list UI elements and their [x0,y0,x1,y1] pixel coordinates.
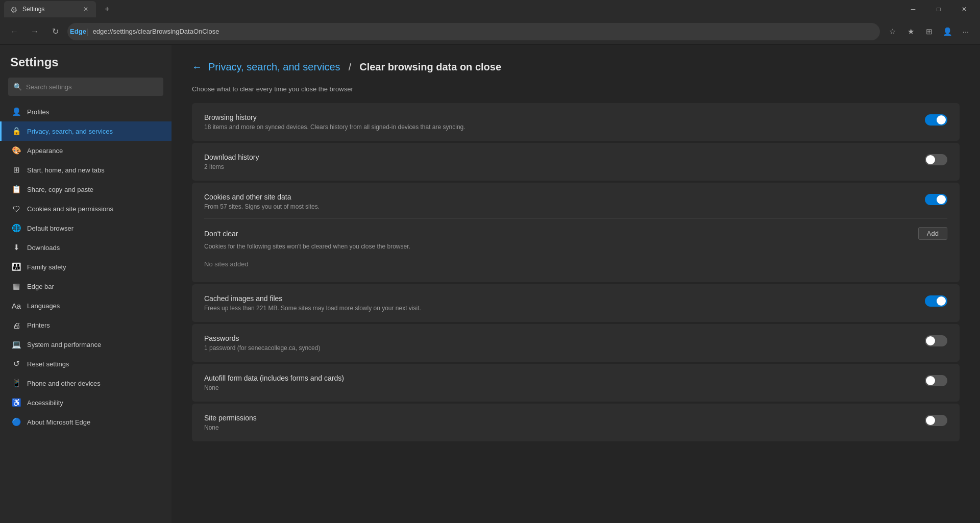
collections-icon[interactable]: ⊞ [921,23,937,40]
search-icon: 🔍 [13,83,22,91]
profile-button[interactable]: 👤 [939,23,955,40]
sidebar-item-default-browser[interactable]: 🌐 Default browser [0,218,172,238]
download-history-toggle[interactable] [925,154,947,165]
phone-icon: 📱 [12,379,21,388]
titlebar: ⚙ Settings ✕ + ─ □ ✕ [0,0,980,18]
sidebar: Settings 🔍 Search settings 👤 Profiles 🔒 … [0,45,172,523]
cached-images-card: Cached images and files Frees up less th… [192,284,960,322]
accessibility-label: Accessibility [27,399,63,407]
sidebar-item-downloads[interactable]: ⬇ Downloads [0,238,172,257]
sidebar-item-family-safety[interactable]: 👪 Family safety [0,257,172,277]
breadcrumb-link[interactable]: Privacy, search, and services [208,61,340,73]
browsing-history-toggle[interactable] [925,114,947,126]
dont-clear-desc: Cookies for the following sites won't be… [204,243,947,250]
download-history-info: Download history 2 items [204,153,917,170]
family-safety-icon: 👪 [12,262,21,271]
cached-images-info: Cached images and files Frees up less th… [204,294,917,312]
sidebar-item-appearance[interactable]: 🎨 Appearance [0,141,172,160]
cookies-icon: 🛡 [12,204,21,213]
minimize-button[interactable]: ─ [901,1,925,17]
printers-icon: 🖨 [12,320,21,330]
tab-close-button[interactable]: ✕ [82,5,90,13]
sidebar-item-cookies[interactable]: 🛡 Cookies and site permissions [0,199,172,218]
dont-clear-header: Don't clear Add [204,227,947,240]
sidebar-item-edge-bar[interactable]: ▦ Edge bar [0,277,172,296]
refresh-button[interactable]: ↻ [47,23,63,40]
address-field[interactable]: Edge | edge://settings/clearBrowsingData… [67,23,880,40]
profiles-icon: 👤 [12,107,21,116]
active-tab[interactable]: ⚙ Settings ✕ [4,1,96,17]
browsing-history-desc: 18 items and more on synced devices. Cle… [204,123,917,131]
printers-label: Printers [27,321,50,329]
autofill-info: Autofill form data (includes forms and c… [204,374,917,391]
languages-icon: Aa [12,301,21,310]
autofill-desc: None [204,384,917,391]
share-copy-icon: 📋 [12,185,21,194]
sidebar-item-system[interactable]: 💻 System and performance [0,335,172,354]
cookies-site-data-card: Cookies and other site data From 57 site… [192,183,960,282]
download-history-desc: 2 items [204,163,917,170]
system-label: System and performance [27,341,101,348]
new-tab-button[interactable]: + [100,2,114,16]
maximize-button[interactable]: □ [927,1,950,17]
autofill-toggle[interactable] [925,375,947,386]
back-button[interactable]: ← [6,23,22,40]
toolbar-icons: ☆ ★ ⊞ 👤 ··· [884,23,974,40]
dont-clear-title: Don't clear [204,230,238,238]
page-title: Clear browsing data on close [359,61,501,73]
passwords-row: Passwords 1 password (for senecacollege.… [204,334,947,352]
browsing-history-card: Browsing history 18 items and more on sy… [192,103,960,141]
passwords-card: Passwords 1 password (for senecacollege.… [192,324,960,362]
forward-button[interactable]: → [27,23,43,40]
search-settings-box[interactable]: 🔍 Search settings [8,78,163,96]
page-header: ← Privacy, search, and services / Clear … [192,61,960,73]
autofill-row: Autofill form data (includes forms and c… [204,374,947,391]
back-button[interactable]: ← [192,61,202,73]
browsing-history-label: Browsing history [204,113,917,121]
phone-label: Phone and other devices [27,380,101,387]
sidebar-item-privacy[interactable]: 🔒 Privacy, search, and services [0,121,172,141]
sidebar-item-profiles[interactable]: 👤 Profiles [0,102,172,121]
cookies-site-data-info: Cookies and other site data From 57 site… [204,193,917,210]
sidebar-item-reset[interactable]: ↺ Reset settings [0,354,172,373]
settings-menu-button[interactable]: ··· [958,23,974,40]
site-permissions-desc: None [204,424,917,431]
start-home-label: Start, home, and new tabs [27,166,105,174]
share-copy-label: Share, copy and paste [27,186,93,193]
passwords-label: Passwords [204,334,917,342]
cookies-site-data-desc: From 57 sites. Signs you out of most sit… [204,203,917,210]
reset-label: Reset settings [27,360,69,368]
sidebar-item-start-home[interactable]: ⊞ Start, home, and new tabs [0,160,172,180]
close-button[interactable]: ✕ [952,1,976,17]
search-placeholder: Search settings [26,83,72,91]
autofill-card: Autofill form data (includes forms and c… [192,364,960,402]
start-home-icon: ⊞ [12,165,21,175]
cookies-site-data-row: Cookies and other site data From 57 site… [204,193,947,210]
cached-images-toggle[interactable] [925,295,947,307]
downloads-label: Downloads [27,244,60,252]
family-safety-label: Family safety [27,263,66,271]
address-separator: | [87,28,89,36]
address-url: edge://settings/clearBrowsingDataOnClose [93,28,219,35]
sidebar-item-share-copy[interactable]: 📋 Share, copy and paste [0,180,172,199]
sidebar-item-phone[interactable]: 📱 Phone and other devices [0,373,172,393]
add-site-button[interactable]: Add [918,227,947,240]
reset-icon: ↺ [12,359,21,368]
passwords-desc: 1 password (for senecacollege.ca, synced… [204,344,917,352]
sidebar-item-accessibility[interactable]: ♿ Accessibility [0,393,172,412]
site-permissions-toggle[interactable] [925,415,947,426]
passwords-toggle[interactable] [925,335,947,346]
window-controls: ─ □ ✕ [901,1,976,17]
favorites-icon[interactable]: ☆ [884,23,900,40]
sidebar-item-languages[interactable]: Aa Languages [0,296,172,315]
cookies-site-data-label: Cookies and other site data [204,193,917,201]
download-history-row: Download history 2 items [204,153,947,170]
edge-bar-label: Edge bar [27,283,54,290]
sidebar-item-about[interactable]: 🔵 About Microsoft Edge [0,412,172,432]
languages-label: Languages [27,302,60,310]
privacy-label: Privacy, search, and services [27,128,113,135]
cookies-site-data-toggle[interactable] [925,194,947,205]
sidebar-item-printers[interactable]: 🖨 Printers [0,315,172,335]
reading-list-icon[interactable]: ★ [902,23,919,40]
content-area: ← Privacy, search, and services / Clear … [172,45,980,523]
